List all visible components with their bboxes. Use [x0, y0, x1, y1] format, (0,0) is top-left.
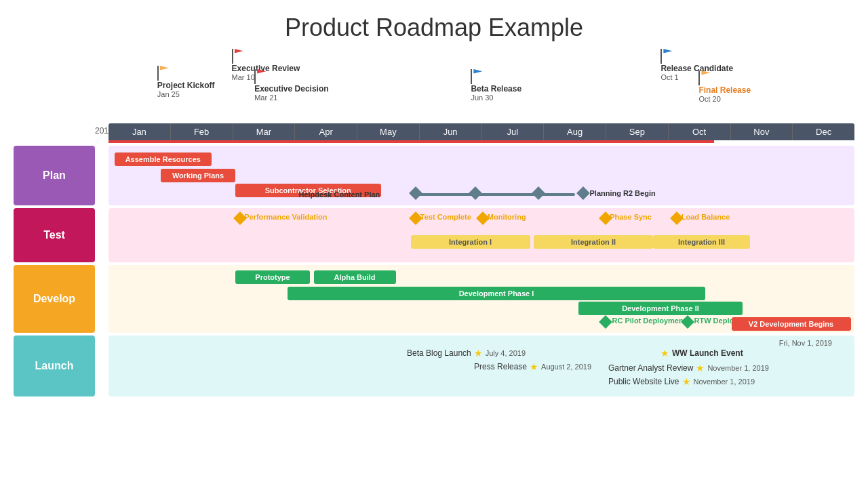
bar-alpha-build: Alpha Build — [314, 270, 396, 284]
milestone-date: Oct 1 — [660, 73, 678, 81]
month-jul: Jul — [482, 123, 545, 140]
star-press-release: ★ — [530, 361, 538, 372]
milestone-project-kickoff: Project Kickoff Jan 25 — [157, 66, 215, 98]
milestone-date: Oct 20 — [698, 95, 720, 103]
bar-working-plans: Working Plans — [161, 169, 235, 182]
label-rc-pilot: RC Pilot Deployment — [612, 317, 686, 325]
label-load-balance: Load Balance — [682, 213, 730, 221]
public-website-date: November 1, 2019 — [694, 378, 755, 386]
bar-prototype: Prototype — [235, 270, 310, 284]
diamond-helpdesk-2 — [469, 186, 482, 200]
month-sep: Sep — [606, 123, 669, 140]
milestone-label: Beta Release — [471, 84, 521, 94]
launch-label: Launch — [14, 336, 95, 396]
beta-blog-launch: Beta Blog Launch ★ July 4, 2019 — [407, 348, 526, 359]
public-website-live: Public Website Live ★ November 1, 2019 — [608, 376, 755, 387]
bar-integration-3: Integration III — [653, 235, 750, 249]
plan-label: Plan — [14, 146, 95, 205]
gartner-label: Gartner Analyst Review — [608, 363, 693, 373]
milestone-date: Jun 30 — [471, 94, 493, 102]
rows-area: Plan Assemble Resources Working Plans Su… — [14, 146, 854, 396]
month-may: May — [357, 123, 420, 140]
public-website-label: Public Website Live — [608, 377, 679, 386]
test-row: Test Performance Validation Test Complet… — [14, 208, 854, 262]
milestone-date: Mar 21 — [254, 94, 277, 102]
progress-bar — [108, 140, 714, 143]
plan-content: Assemble Resources Working Plans Subcont… — [108, 146, 854, 205]
diamond-helpdesk-1 — [409, 186, 422, 200]
press-release: Press Release ★ August 2, 2019 — [474, 361, 591, 372]
beta-blog-label: Beta Blog Launch — [407, 348, 471, 358]
ww-label: WW Launch Event — [672, 348, 743, 358]
launch-content: Beta Blog Launch ★ July 4, 2019 Press Re… — [108, 336, 854, 396]
star-ww: ★ — [660, 348, 669, 359]
beta-blog-date: July 4, 2019 — [486, 349, 526, 357]
milestone-area: Project Kickoff Jan 25 Executive Review … — [95, 49, 854, 123]
develop-row: Develop Prototype Alpha Build Developmen… — [14, 265, 854, 333]
diamond-planning-r2 — [576, 186, 590, 200]
months-header: Jan Feb Mar Apr May Jun Jul Aug Sep Oct … — [108, 123, 854, 140]
bar-v2-dev: V2 Development Begins — [732, 317, 851, 331]
page-title: Product Roadmap Example — [0, 0, 868, 49]
month-jun: Jun — [420, 123, 482, 140]
test-label: Test — [14, 208, 95, 262]
bar-integration-1: Integration I — [411, 235, 530, 249]
milestone-label: Executive Decision — [254, 84, 328, 94]
bar-dev-phase-1: Development Phase I — [288, 287, 705, 300]
label-phase-sync: Phase Sync — [610, 213, 652, 221]
develop-label: Develop — [14, 265, 95, 333]
star-beta-blog: ★ — [474, 348, 483, 359]
month-jan: Jan — [108, 123, 171, 140]
press-release-date: August 2, 2019 — [541, 363, 591, 371]
milestone-exec-decision: Executive Decision Mar 21 — [254, 69, 328, 102]
bar-integration-2: Integration II — [534, 235, 653, 249]
test-content: Performance Validation Test Complete Mon… — [108, 208, 854, 262]
milestone-beta-release: Beta Release Jun 30 — [471, 69, 521, 102]
milestone-label: Project Kickoff — [157, 81, 215, 90]
launch-row: Launch Beta Blog Launch ★ July 4, 2019 P… — [14, 336, 854, 396]
diamond-helpdesk-3 — [532, 186, 545, 200]
month-nov: Nov — [731, 123, 793, 140]
star-gartner: ★ — [696, 363, 705, 373]
label-monitoring: Monitoring — [488, 213, 526, 221]
planning-r2-label: Planning R2 Begin — [590, 189, 656, 197]
month-apr: Apr — [295, 123, 357, 140]
fri-nov-header: Fri, Nov 1, 2019 — [646, 339, 832, 347]
milestone-date: Jan 25 — [157, 90, 180, 98]
month-aug: Aug — [544, 123, 606, 140]
month-mar: Mar — [233, 123, 296, 140]
milestone-date: Mar 10 — [232, 73, 255, 81]
label-test-complete: Test Complete — [420, 213, 471, 221]
gartner-review: Gartner Analyst Review ★ November 1, 201… — [608, 363, 769, 373]
year-label: 2019 — [95, 126, 113, 136]
month-feb: Feb — [171, 123, 233, 140]
milestone-label: Final Release — [698, 85, 751, 95]
plan-row: Plan Assemble Resources Working Plans Su… — [14, 146, 854, 205]
helpdesk-label: Helpdesk Content Plan — [299, 190, 380, 199]
helpdesk-bar — [411, 193, 575, 196]
bar-dev-phase-2: Development Phase II — [578, 302, 743, 315]
bar-assemble-resources: Assemble Resources — [115, 152, 212, 166]
press-release-label: Press Release — [474, 362, 527, 371]
month-dec: Dec — [793, 123, 854, 140]
diamond-rc-pilot — [599, 315, 612, 329]
star-public-website: ★ — [682, 376, 691, 387]
gartner-date: November 1, 2019 — [707, 364, 769, 372]
label-performance-validation: Performance Validation — [244, 213, 327, 221]
milestone-final-release: Final Release Oct 20 — [698, 70, 751, 103]
develop-content: Prototype Alpha Build Development Phase … — [108, 265, 854, 333]
ww-launch-event: ★ WW Launch Event — [660, 348, 743, 359]
month-oct: Oct — [669, 123, 731, 140]
